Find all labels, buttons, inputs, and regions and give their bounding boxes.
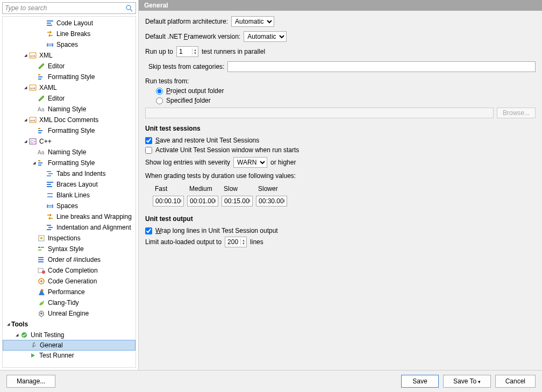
tree-cpp-blank[interactable]: Blank Lines xyxy=(3,190,136,201)
tree-cpp-formatting[interactable]: ◢Formatting Style xyxy=(3,158,136,168)
tabs-icon xyxy=(46,169,54,178)
svg-rect-40 xyxy=(47,229,51,230)
manage-button[interactable]: Manage... xyxy=(6,375,55,388)
check-activate[interactable] xyxy=(145,147,152,154)
aa-icon: Aa xyxy=(37,148,46,156)
sidebar: Code LayoutLine BreaksSpaces◢xmlXMLEdito… xyxy=(0,0,139,370)
svg-rect-30 xyxy=(47,182,53,183)
tree-cpp-spaces[interactable]: Spaces xyxy=(3,201,136,211)
expander-icon[interactable]: ◢ xyxy=(31,161,37,165)
space-icon xyxy=(46,40,54,49)
tree-xml-doc[interactable]: ◢xmlXML Doc Comments xyxy=(3,115,136,125)
tree-cpp-syntax[interactable]: Syntax Style xyxy=(3,244,136,254)
limit-spinner[interactable]: ▲▼ xyxy=(225,237,247,247)
framework-select[interactable]: Automatic xyxy=(244,31,287,42)
gen-icon xyxy=(37,277,46,286)
xml-icon: xml xyxy=(28,116,37,124)
radio-folder[interactable] xyxy=(156,97,163,104)
tree-cpp-codegen[interactable]: Code Generation xyxy=(3,276,136,287)
tree-cpp-indentation[interactable]: Indentation and Alignment xyxy=(3,222,136,233)
radio-output-label: Project output folder xyxy=(166,87,224,95)
check-save[interactable] xyxy=(145,137,152,144)
spinner-arrows-icon[interactable]: ▲▼ xyxy=(240,239,246,245)
tree-cpp-unreal[interactable]: Unreal Engine xyxy=(3,308,136,319)
radio-output[interactable] xyxy=(156,88,163,95)
spinner-arrows-icon[interactable]: ▲▼ xyxy=(192,48,198,55)
limit-input[interactable] xyxy=(225,237,240,247)
tree-cpp-naming[interactable]: AaNaming Style xyxy=(3,147,136,158)
cancel-button[interactable]: Cancel xyxy=(495,375,536,388)
svg-rect-5 xyxy=(47,44,53,46)
skip-label: Skip tests from categories: xyxy=(148,63,224,70)
tree-item-label: Clang-Tidy xyxy=(48,299,79,307)
tree-xaml-editor[interactable]: Editor xyxy=(3,93,136,104)
tree-code-layout[interactable]: Code Layout xyxy=(3,18,136,28)
svg-text:Aa: Aa xyxy=(38,106,45,112)
tree-spaces[interactable]: Spaces xyxy=(3,39,136,50)
search-box[interactable] xyxy=(2,2,136,14)
svg-rect-25 xyxy=(38,162,42,163)
tree-item-label: Naming Style xyxy=(48,105,86,113)
platform-select[interactable]: Automatic xyxy=(231,16,274,27)
tree-xml[interactable]: ◢xmlXML xyxy=(3,50,136,61)
log-select[interactable]: WARN xyxy=(233,157,267,168)
tree-item-label: Order of #includes xyxy=(48,256,101,263)
tree-cpp-inspections[interactable]: Inspections xyxy=(3,233,136,244)
tree-tools[interactable]: ◢Tools xyxy=(3,319,136,330)
skip-input[interactable] xyxy=(227,61,536,72)
svg-rect-47 xyxy=(38,259,44,260)
tree-unit-testing[interactable]: ◢Unit Testing xyxy=(3,330,136,340)
val-slow[interactable] xyxy=(222,196,253,206)
val-fast[interactable] xyxy=(153,196,184,206)
val-medium[interactable] xyxy=(187,196,218,206)
tree-xaml-naming[interactable]: AaNaming Style xyxy=(3,104,136,115)
tree-item-label: XML xyxy=(39,52,53,59)
order-icon xyxy=(37,255,46,264)
tree-cpp-tabs[interactable]: Tabs and Indents xyxy=(3,168,136,179)
expander-icon[interactable]: ◢ xyxy=(5,322,11,326)
expander-icon[interactable]: ◢ xyxy=(22,85,28,90)
tree-cpp-clangtidy[interactable]: Clang-Tidy xyxy=(3,297,136,308)
pencil-icon xyxy=(37,94,46,103)
runupto-spinner[interactable]: ▲▼ xyxy=(176,46,198,57)
xml-icon: xml xyxy=(28,83,37,92)
tree-item-label: Indentation and Alignment xyxy=(56,224,131,231)
blue-bars-icon xyxy=(46,19,54,27)
tree-test-runner[interactable]: Test Runner xyxy=(3,350,136,361)
svg-rect-32 xyxy=(47,186,52,187)
search-input[interactable] xyxy=(5,4,125,12)
tree-cpp-includes[interactable]: Order of #includes xyxy=(3,254,136,265)
completion-icon xyxy=(37,266,46,275)
tree-cpp-linebreaks[interactable]: Line breaks and Wrapping xyxy=(3,211,136,222)
runupto-pre: Run up to xyxy=(145,48,173,55)
check-wrap[interactable] xyxy=(145,227,152,234)
arrows-icon xyxy=(46,30,54,38)
tree-xml-formatting[interactable]: Formatting Style xyxy=(3,72,136,82)
svg-rect-2 xyxy=(47,20,53,22)
check-activate-label: Activate Unit Test Session window when r… xyxy=(155,146,299,154)
tree-xml-editor[interactable]: Editor xyxy=(3,61,136,72)
tree-cpp-braces[interactable]: Braces Layout xyxy=(3,179,136,190)
expander-icon[interactable]: ◢ xyxy=(22,118,28,122)
tree-cpp-performance[interactable]: Performance xyxy=(3,287,136,297)
tree-cpp-completion[interactable]: Code Completion xyxy=(3,265,136,276)
saveto-button[interactable]: Save To xyxy=(443,375,491,388)
expander-icon[interactable]: ◢ xyxy=(22,139,28,144)
expander-icon[interactable]: ◢ xyxy=(22,53,28,58)
tree-line-breaks[interactable]: Line Breaks xyxy=(3,28,136,39)
tree-xml-doc-formatting[interactable]: Formatting Style xyxy=(3,125,136,136)
tree-cpp[interactable]: ◢C+C++ xyxy=(3,136,136,147)
val-slower[interactable] xyxy=(256,196,287,206)
expander-icon[interactable]: ◢ xyxy=(13,333,20,337)
tree-scroll[interactable]: Code LayoutLine BreaksSpaces◢xmlXMLEdito… xyxy=(2,16,136,368)
perf-icon xyxy=(37,288,46,296)
svg-rect-3 xyxy=(47,23,51,24)
runupto-input[interactable] xyxy=(177,47,192,56)
tree-xaml[interactable]: ◢xmlXAML xyxy=(3,82,136,93)
save-button[interactable]: Save xyxy=(401,375,439,388)
svg-rect-46 xyxy=(38,257,44,258)
duration-table: Fast Medium Slow Slower xyxy=(152,183,290,209)
tree-item-label: Code Completion xyxy=(48,267,98,274)
tree-item-label: C++ xyxy=(39,138,52,145)
tree-general[interactable]: General xyxy=(3,340,136,351)
